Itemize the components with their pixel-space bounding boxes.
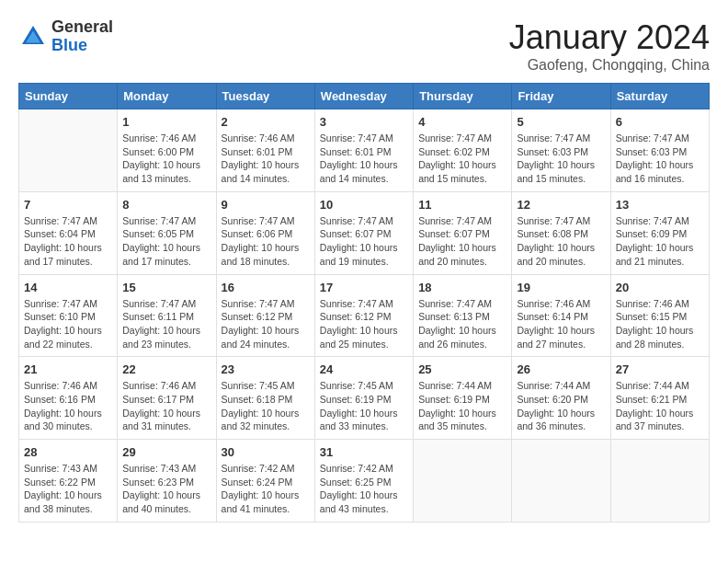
daylight-text: Daylight: 10 hours and 37 minutes. bbox=[616, 407, 704, 433]
daylight-text: Daylight: 10 hours and 17 minutes. bbox=[122, 241, 210, 268]
calendar-header-row: SundayMondayTuesdayWednesdayThursdayFrid… bbox=[19, 84, 710, 109]
day-number: 25 bbox=[418, 362, 506, 376]
day-number: 15 bbox=[122, 281, 210, 294]
sunset-text: Sunset: 6:05 PM bbox=[122, 227, 210, 241]
sunset-text: Sunset: 6:17 PM bbox=[122, 393, 210, 407]
day-number: 20 bbox=[616, 281, 704, 294]
day-detail: Sunrise: 7:44 AMSunset: 6:19 PMDaylight:… bbox=[418, 379, 506, 433]
sunrise-text: Sunrise: 7:47 AM bbox=[24, 214, 112, 228]
sunset-text: Sunset: 6:21 PM bbox=[616, 393, 704, 407]
day-number: 29 bbox=[122, 445, 210, 459]
calendar-cell: 24Sunrise: 7:45 AMSunset: 6:19 PMDayligh… bbox=[314, 357, 413, 440]
day-detail: Sunrise: 7:47 AMSunset: 6:12 PMDaylight:… bbox=[320, 297, 408, 351]
calendar-cell: 9Sunrise: 7:47 AMSunset: 6:06 PMDaylight… bbox=[216, 191, 314, 274]
daylight-text: Daylight: 10 hours and 15 minutes. bbox=[418, 158, 506, 185]
day-number: 26 bbox=[517, 362, 605, 376]
daylight-text: Daylight: 10 hours and 27 minutes. bbox=[517, 324, 605, 350]
calendar-table: SundayMondayTuesdayWednesdayThursdayFrid… bbox=[18, 83, 710, 523]
daylight-text: Daylight: 10 hours and 14 minutes. bbox=[320, 158, 408, 185]
sunrise-text: Sunrise: 7:47 AM bbox=[320, 214, 408, 228]
day-number: 12 bbox=[517, 198, 605, 212]
daylight-text: Daylight: 10 hours and 25 minutes. bbox=[320, 324, 408, 350]
sunset-text: Sunset: 6:07 PM bbox=[320, 227, 408, 241]
day-detail: Sunrise: 7:47 AMSunset: 6:03 PMDaylight:… bbox=[616, 132, 704, 186]
sunset-text: Sunset: 6:12 PM bbox=[320, 310, 408, 324]
day-detail: Sunrise: 7:44 AMSunset: 6:20 PMDaylight:… bbox=[517, 379, 605, 433]
sunset-text: Sunset: 6:10 PM bbox=[24, 310, 112, 324]
sunset-text: Sunset: 6:12 PM bbox=[222, 310, 310, 324]
daylight-text: Daylight: 10 hours and 24 minutes. bbox=[222, 324, 310, 350]
sunrise-text: Sunrise: 7:42 AM bbox=[320, 462, 408, 476]
day-detail: Sunrise: 7:47 AMSunset: 6:07 PMDaylight:… bbox=[320, 214, 408, 269]
calendar-cell: 12Sunrise: 7:47 AMSunset: 6:08 PMDayligh… bbox=[512, 191, 610, 274]
sunset-text: Sunset: 6:09 PM bbox=[616, 227, 704, 241]
calendar-cell: 11Sunrise: 7:47 AMSunset: 6:07 PMDayligh… bbox=[414, 191, 512, 274]
day-detail: Sunrise: 7:46 AMSunset: 6:00 PMDaylight:… bbox=[122, 132, 210, 186]
title-area: January 2024 Gaofeng, Chongqing, China bbox=[509, 18, 710, 74]
day-number: 8 bbox=[122, 198, 210, 212]
calendar-cell: 30Sunrise: 7:42 AMSunset: 6:24 PMDayligh… bbox=[216, 440, 314, 523]
sunset-text: Sunset: 6:00 PM bbox=[122, 145, 210, 159]
day-detail: Sunrise: 7:47 AMSunset: 6:06 PMDaylight:… bbox=[222, 214, 310, 269]
calendar-cell: 1Sunrise: 7:46 AMSunset: 6:00 PMDaylight… bbox=[118, 109, 216, 192]
sunset-text: Sunset: 6:13 PM bbox=[418, 310, 506, 324]
calendar-cell bbox=[512, 440, 610, 523]
sunset-text: Sunset: 6:01 PM bbox=[320, 145, 408, 159]
day-number: 31 bbox=[320, 445, 408, 459]
sunrise-text: Sunrise: 7:43 AM bbox=[24, 462, 112, 476]
day-number: 16 bbox=[222, 281, 310, 294]
calendar-cell: 5Sunrise: 7:47 AMSunset: 6:03 PMDaylight… bbox=[512, 109, 610, 192]
day-detail: Sunrise: 7:47 AMSunset: 6:12 PMDaylight:… bbox=[222, 297, 310, 351]
daylight-text: Daylight: 10 hours and 20 minutes. bbox=[418, 241, 506, 268]
page-header: General Blue January 2024 Gaofeng, Chong… bbox=[18, 18, 710, 74]
daylight-text: Daylight: 10 hours and 23 minutes. bbox=[122, 324, 210, 350]
location-title: Gaofeng, Chongqing, China bbox=[509, 57, 710, 74]
calendar-cell: 18Sunrise: 7:47 AMSunset: 6:13 PMDayligh… bbox=[414, 274, 512, 357]
sunrise-text: Sunrise: 7:45 AM bbox=[222, 379, 310, 393]
calendar-cell bbox=[414, 440, 512, 523]
calendar-cell: 27Sunrise: 7:44 AMSunset: 6:21 PMDayligh… bbox=[610, 357, 709, 440]
logo-blue-text: Blue bbox=[51, 37, 113, 55]
day-detail: Sunrise: 7:42 AMSunset: 6:25 PMDaylight:… bbox=[320, 462, 408, 516]
sunset-text: Sunset: 6:19 PM bbox=[320, 393, 408, 407]
day-number: 2 bbox=[222, 115, 310, 129]
day-number: 4 bbox=[418, 115, 506, 129]
day-number: 9 bbox=[222, 198, 310, 212]
daylight-text: Daylight: 10 hours and 21 minutes. bbox=[616, 241, 704, 268]
sunrise-text: Sunrise: 7:47 AM bbox=[418, 214, 506, 228]
daylight-text: Daylight: 10 hours and 13 minutes. bbox=[122, 158, 210, 185]
weekday-header: Friday bbox=[512, 84, 610, 109]
day-number: 17 bbox=[320, 281, 408, 294]
day-number: 13 bbox=[616, 198, 704, 212]
sunrise-text: Sunrise: 7:46 AM bbox=[122, 132, 210, 145]
calendar-cell: 19Sunrise: 7:46 AMSunset: 6:14 PMDayligh… bbox=[512, 274, 610, 357]
sunrise-text: Sunrise: 7:46 AM bbox=[517, 297, 605, 311]
daylight-text: Daylight: 10 hours and 28 minutes. bbox=[616, 324, 704, 350]
day-number: 22 bbox=[122, 362, 210, 376]
day-detail: Sunrise: 7:46 AMSunset: 6:15 PMDaylight:… bbox=[616, 297, 704, 351]
sunrise-text: Sunrise: 7:44 AM bbox=[517, 379, 605, 393]
sunrise-text: Sunrise: 7:47 AM bbox=[517, 214, 605, 228]
calendar-cell: 29Sunrise: 7:43 AMSunset: 6:23 PMDayligh… bbox=[118, 440, 216, 523]
day-detail: Sunrise: 7:47 AMSunset: 6:07 PMDaylight:… bbox=[418, 214, 506, 269]
daylight-text: Daylight: 10 hours and 33 minutes. bbox=[320, 407, 408, 433]
day-number: 11 bbox=[418, 198, 506, 212]
sunrise-text: Sunrise: 7:47 AM bbox=[320, 297, 408, 311]
day-number: 21 bbox=[24, 362, 112, 376]
weekday-header: Saturday bbox=[610, 84, 709, 109]
calendar-cell: 28Sunrise: 7:43 AMSunset: 6:22 PMDayligh… bbox=[19, 440, 118, 523]
day-detail: Sunrise: 7:44 AMSunset: 6:21 PMDaylight:… bbox=[616, 379, 704, 433]
sunset-text: Sunset: 6:24 PM bbox=[222, 476, 310, 489]
calendar-week-row: 1Sunrise: 7:46 AMSunset: 6:00 PMDaylight… bbox=[19, 109, 710, 192]
sunset-text: Sunset: 6:25 PM bbox=[320, 476, 408, 489]
calendar-cell: 16Sunrise: 7:47 AMSunset: 6:12 PMDayligh… bbox=[216, 274, 314, 357]
sunrise-text: Sunrise: 7:44 AM bbox=[616, 379, 704, 393]
sunrise-text: Sunrise: 7:47 AM bbox=[418, 132, 506, 145]
daylight-text: Daylight: 10 hours and 40 minutes. bbox=[122, 488, 210, 515]
sunset-text: Sunset: 6:06 PM bbox=[222, 227, 310, 241]
sunset-text: Sunset: 6:20 PM bbox=[517, 393, 605, 407]
day-detail: Sunrise: 7:47 AMSunset: 6:03 PMDaylight:… bbox=[517, 132, 605, 186]
sunset-text: Sunset: 6:11 PM bbox=[122, 310, 210, 324]
daylight-text: Daylight: 10 hours and 43 minutes. bbox=[320, 488, 408, 515]
day-detail: Sunrise: 7:47 AMSunset: 6:09 PMDaylight:… bbox=[616, 214, 704, 269]
